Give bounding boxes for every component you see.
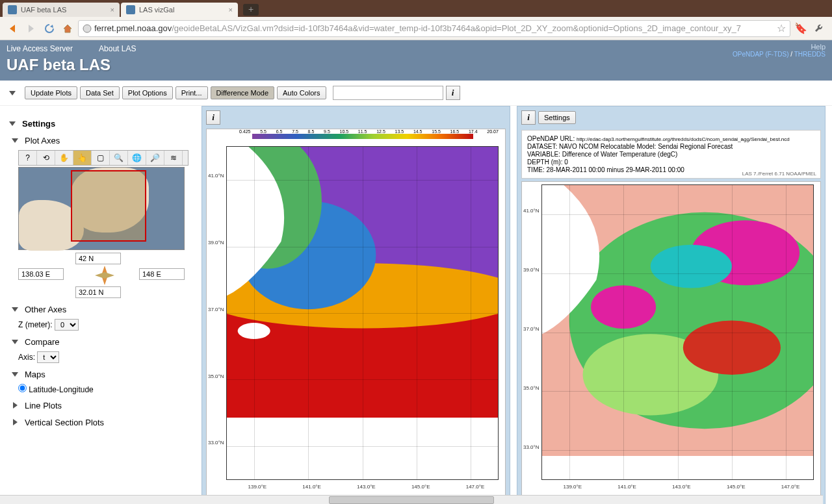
plot-options-button[interactable]: Plot Options: [122, 86, 173, 99]
wrench-icon[interactable]: [811, 21, 827, 36]
line-plots-header[interactable]: Line Plots: [9, 399, 188, 411]
help-link[interactable]: Help: [733, 43, 826, 51]
axis-select[interactable]: t: [37, 351, 59, 363]
z-label: Z (meter):: [18, 320, 53, 329]
map-toolbar: ? ⟲ ✋ 👆 ▢ 🔍 🌐 🔎 ≋: [18, 150, 188, 166]
data-set-button[interactable]: Data Set: [80, 86, 120, 99]
thredds-link[interactable]: THREDDS: [794, 51, 826, 58]
south-input[interactable]: [75, 286, 121, 298]
plot-area: [226, 146, 499, 480]
favicon-icon: [126, 5, 135, 14]
left-plot-panel: i 0.425 5.56.57.58.59.510.511.512.513.51…: [202, 106, 510, 504]
x-axis: 139.0°E 141.0°E 143.0°E 145.0°E 147.0°E: [226, 484, 499, 494]
map-tool-help[interactable]: ?: [19, 151, 37, 165]
settings-header[interactable]: Settings: [6, 118, 188, 129]
plot-metadata: OPeNDAP URL: http://edac-dap3.northerngu…: [521, 130, 821, 179]
mini-map[interactable]: [18, 167, 185, 250]
opendap-link[interactable]: OPeNDAP (F-TDS): [733, 51, 789, 58]
svg-rect-3: [252, 134, 473, 139]
nav-live-access[interactable]: Live Access Server: [6, 44, 73, 53]
plot-area: [541, 184, 814, 480]
map-tool-box[interactable]: ▢: [92, 151, 110, 165]
header-right-links: Help OPeNDAP (F-TDS) / THREDDS: [733, 43, 826, 58]
bookmark-icon[interactable]: 🔖: [793, 21, 809, 36]
star-icon[interactable]: ☆: [777, 22, 786, 34]
compass-icon: [95, 266, 114, 285]
browser-toolbar: ferret.pmel.noaa.gov/geoideBetaLAS/VizGa…: [0, 17, 832, 40]
main-toolbar: Update Plots Data Set Plot Options Print…: [0, 81, 832, 106]
tab-title: UAF beta LAS: [21, 6, 66, 14]
url-bar[interactable]: ferret.pmel.noaa.gov/geoideBetaLAS/VizGa…: [78, 20, 790, 37]
map-tool-reset[interactable]: ⟲: [37, 151, 55, 165]
close-icon[interactable]: ×: [110, 6, 114, 14]
home-button[interactable]: [60, 21, 75, 36]
auto-colors-button[interactable]: Auto Colors: [277, 86, 326, 99]
update-plots-button[interactable]: Update Plots: [25, 86, 77, 99]
info-button[interactable]: i: [446, 86, 460, 100]
other-axes-header[interactable]: Other Axes: [9, 303, 188, 315]
map-tool-layers[interactable]: ≋: [164, 151, 183, 165]
tab-title: LAS vizGal: [139, 6, 174, 14]
plot-axes-header[interactable]: Plot Axes: [9, 134, 188, 146]
back-button[interactable]: [5, 21, 21, 36]
print-button[interactable]: Print...: [176, 86, 208, 99]
globe-icon: [83, 24, 92, 33]
app-header: Live Access Server About LAS Help OPeNDA…: [0, 40, 832, 81]
url-text[interactable]: ferret.pmel.noaa.gov/geoideBetaLAS/VizGa…: [94, 23, 774, 33]
browser-tab-strip: UAF beta LAS × LAS vizGal × +: [0, 0, 832, 17]
scrollbar-thumb[interactable]: [329, 496, 493, 504]
sidebar: Settings Plot Axes ? ⟲ ✋ 👆 ▢ 🔍 🌐 🔎 ≋: [0, 106, 195, 504]
forward-button[interactable]: [23, 21, 39, 36]
app-title: UAF beta LAS: [6, 56, 826, 74]
horizontal-scrollbar[interactable]: [0, 495, 823, 504]
map-tool-zoomout[interactable]: 🔎: [146, 151, 164, 165]
axis-label: Axis:: [18, 353, 35, 362]
coord-inputs: [18, 253, 185, 298]
nav-about-las[interactable]: About LAS: [99, 44, 136, 53]
toolbar-collapse-icon[interactable]: [6, 87, 18, 99]
close-icon[interactable]: ×: [229, 6, 233, 14]
difference-mode-button[interactable]: Difference Mode: [211, 86, 275, 99]
compare-header[interactable]: Compare: [9, 336, 188, 347]
tab-vizgal[interactable]: LAS vizGal ×: [121, 3, 238, 17]
maps-header[interactable]: Maps: [9, 368, 188, 380]
x-axis: 139.0°E 141.0°E 143.0°E 145.0°E 147.0°E: [541, 484, 814, 494]
panel-info-button[interactable]: i: [206, 110, 220, 125]
z-select[interactable]: 0: [55, 319, 79, 331]
map-tool-pan[interactable]: ✋: [55, 151, 73, 165]
y-axis: 33.0°N 35.0°N 37.0°N 39.0°N 41.0°N: [523, 184, 540, 480]
svg-marker-2: [95, 272, 114, 279]
east-input[interactable]: [139, 268, 185, 280]
map-tool-point[interactable]: 👆: [73, 151, 92, 165]
map-option-latlon[interactable]: Latitude-Longitude: [18, 385, 94, 394]
panel-info-button[interactable]: i: [521, 110, 536, 125]
vertical-section-header[interactable]: Vertical Section Plots: [9, 416, 188, 428]
north-input[interactable]: [75, 253, 121, 264]
left-plot[interactable]: 0.425 5.56.57.58.59.510.511.512.513.514.…: [206, 129, 506, 500]
svg-point-0: [83, 25, 91, 32]
search-input[interactable]: [333, 86, 443, 100]
svg-point-13: [651, 245, 732, 288]
map-tool-globe[interactable]: 🌐: [128, 151, 146, 165]
favicon-icon: [8, 5, 17, 14]
y-axis: 33.0°N 35.0°N 37.0°N 39.0°N 41.0°N: [208, 146, 225, 480]
west-input[interactable]: [18, 268, 64, 280]
map-tool-zoom[interactable]: 🔍: [110, 151, 128, 165]
colorbar-ticks: 0.425 5.56.57.58.59.510.511.512.513.514.…: [239, 129, 499, 134]
right-plot-panel: i Settings OPeNDAP URL: http://edac-dap3…: [517, 106, 826, 504]
right-plot[interactable]: 33.0°N 35.0°N 37.0°N 39.0°N 41.0°N: [521, 181, 821, 500]
reload-button[interactable]: [42, 21, 57, 36]
new-tab-button[interactable]: +: [243, 4, 259, 16]
panel-settings-button[interactable]: Settings: [538, 111, 576, 124]
tab-uaf[interactable]: UAF beta LAS ×: [3, 3, 120, 17]
